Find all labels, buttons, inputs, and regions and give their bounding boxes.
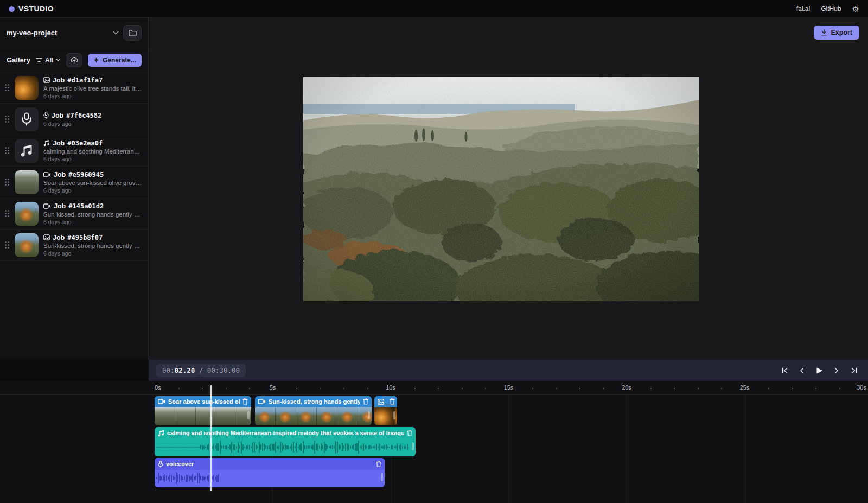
video-track-clip[interactable]: A [374, 396, 397, 425]
waveform-bar [337, 442, 338, 453]
drag-handle-icon[interactable] [4, 115, 10, 123]
job-list-item[interactable]: Job#7f6c45826 days ago [0, 104, 148, 135]
waveform-bar [177, 475, 178, 482]
timeline-ruler[interactable]: 0s5s10s15s20s25s30s [0, 381, 868, 395]
preview-area: Export [149, 18, 868, 360]
waveform-bar [216, 475, 218, 482]
link-github[interactable]: GitHub [821, 5, 841, 12]
clip-resize-handle[interactable] [368, 411, 370, 419]
filmstrip-frame [196, 407, 216, 425]
waveform-bar [192, 474, 193, 482]
drag-handle-icon[interactable] [4, 178, 10, 186]
waveform-bar [348, 444, 349, 450]
video-icon [43, 203, 51, 209]
voiceover-track-clip[interactable]: voiceover [155, 458, 385, 487]
settings-gear-icon[interactable]: ⚙ [852, 5, 859, 13]
waveform-bar [190, 476, 192, 480]
video-preview[interactable] [303, 77, 699, 301]
link-fal-ai[interactable]: fal.ai [796, 5, 810, 12]
waveform-bar [299, 444, 301, 450]
delete-clip-button[interactable] [363, 398, 368, 405]
delete-clip-button[interactable] [407, 430, 412, 436]
job-id: #145a01d2 [68, 202, 104, 210]
waveform-bar [321, 443, 322, 451]
waveform-bar [394, 446, 395, 448]
waveform-bar [356, 443, 358, 451]
waveform-bar [262, 443, 263, 451]
play-button[interactable] [813, 364, 826, 377]
clip-resize-handle[interactable] [381, 473, 383, 481]
drag-handle-icon[interactable] [4, 84, 10, 92]
clip-resize-handle[interactable] [393, 411, 395, 419]
ruler-tick [249, 388, 250, 389]
music-icon [43, 139, 50, 147]
open-project-button[interactable] [123, 25, 142, 41]
waveform-bar [225, 445, 226, 449]
ruler-label: 10s [386, 384, 395, 391]
waveform-bar [244, 447, 245, 448]
delete-clip-button[interactable] [242, 398, 248, 405]
waveform-bar [205, 447, 206, 448]
waveform-bar [229, 444, 231, 450]
waveform-bar [156, 477, 157, 479]
drag-handle-icon[interactable] [4, 147, 10, 155]
total-time: 00:30.00 [207, 366, 240, 374]
waveform-bar [207, 445, 208, 450]
playhead[interactable] [210, 385, 212, 491]
waveform-bar [256, 445, 257, 449]
waveform-bar [181, 447, 182, 448]
job-prefix: Job [53, 234, 65, 241]
job-list-item[interactable]: Job#e5960945Soar above sun-kissed olive … [0, 167, 148, 198]
waveform-bar [273, 444, 275, 451]
music-track-clip[interactable]: calming and soothing Mediterranean-inspi… [155, 427, 416, 456]
video-track-clip[interactable]: Sun-kissed, strong hands gently plu [255, 396, 372, 425]
transport-bar: 00:02.20 / 00:30.00 [149, 360, 868, 381]
waveform-bar [212, 476, 213, 480]
waveform-bar [169, 475, 170, 482]
waveform-bar [374, 445, 375, 449]
waveform-bar [189, 475, 190, 481]
waveform-bar [381, 446, 382, 448]
waveform-bar [236, 446, 237, 449]
music-icon [21, 144, 33, 157]
export-button[interactable]: Export [814, 26, 859, 40]
drag-handle-icon[interactable] [4, 241, 10, 249]
timeline[interactable]: 0s5s10s15s20s25s30s Soar above sun-kisse… [0, 381, 868, 503]
project-chevron-down-icon[interactable] [113, 31, 119, 35]
waveform-bar [267, 445, 268, 449]
filter-dropdown[interactable]: All [36, 56, 60, 64]
clip-resize-handle[interactable] [412, 442, 414, 450]
step-back-button[interactable] [795, 364, 808, 377]
ruler-tick [226, 388, 227, 389]
waveform-bar [213, 443, 214, 451]
upload-button[interactable] [66, 53, 82, 67]
drag-handle-icon[interactable] [4, 209, 10, 218]
filmstrip-frame [155, 407, 175, 425]
waveform-bar [339, 444, 340, 450]
waveform-bar [197, 473, 198, 483]
gridline [745, 395, 745, 503]
job-list-item[interactable]: Job#495b8f07Sun-kissed, strong hands gen… [0, 230, 148, 261]
waveform-bar [202, 476, 203, 481]
skip-to-start-button[interactable] [778, 364, 791, 377]
top-bar: VSTUDIO fal.ai GitHub ⚙ [0, 0, 868, 18]
waveform-bar [368, 445, 369, 449]
waveform-bar [350, 445, 351, 449]
job-list-item[interactable]: Job#03e2ea0fcalming and soothing Mediter… [0, 135, 148, 167]
waveform-bar [316, 444, 317, 450]
waveform-bar [199, 447, 200, 448]
step-forward-button[interactable] [830, 364, 843, 377]
job-list-item[interactable]: Job#d1af1fa7A majestic olive tree stands… [0, 72, 148, 104]
logo-dot-icon [9, 6, 15, 12]
waveform-bar [311, 446, 312, 449]
generate-button[interactable]: Generate... [88, 54, 142, 67]
ruler-tick [343, 388, 344, 389]
clip-resize-handle[interactable] [247, 411, 250, 419]
skip-to-end-button[interactable] [847, 364, 860, 377]
delete-clip-button[interactable] [376, 461, 381, 467]
delete-clip-button[interactable] [390, 398, 395, 405]
video-track-clip[interactable]: Soar above sun-kissed olive [155, 396, 251, 425]
waveform-bar [265, 445, 266, 449]
job-id: #d1af1fa7 [67, 77, 103, 84]
job-list-item[interactable]: Job#145a01d2Sun-kissed, strong hands gen… [0, 198, 148, 230]
